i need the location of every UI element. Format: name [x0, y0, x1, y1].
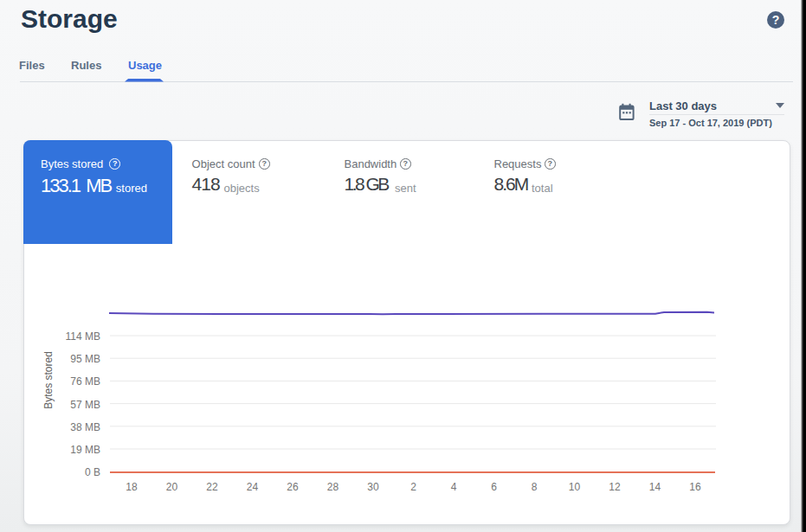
svg-text:6: 6 [491, 481, 497, 493]
svg-text:28: 28 [327, 481, 339, 493]
svg-text:24: 24 [247, 481, 259, 493]
svg-text:38 MB: 38 MB [70, 421, 100, 433]
svg-text:26: 26 [287, 481, 299, 493]
svg-text:16: 16 [689, 481, 701, 493]
svg-text:Bytes stored: Bytes stored [42, 351, 55, 409]
svg-text:57 MB: 57 MB [70, 399, 100, 411]
svg-text:18: 18 [126, 481, 138, 493]
svg-text:20: 20 [166, 481, 178, 493]
svg-text:95 MB: 95 MB [70, 353, 100, 365]
svg-text:12: 12 [609, 481, 621, 493]
svg-text:22: 22 [206, 481, 218, 493]
svg-text:0 B: 0 B [85, 466, 100, 478]
svg-text:14: 14 [649, 481, 661, 493]
svg-text:19 MB: 19 MB [70, 444, 100, 456]
svg-text:76 MB: 76 MB [70, 375, 100, 388]
svg-text:114 MB: 114 MB [66, 330, 100, 343]
svg-text:8: 8 [532, 481, 538, 493]
svg-text:10: 10 [569, 481, 581, 493]
svg-text:30: 30 [367, 481, 379, 493]
svg-text:4: 4 [451, 481, 457, 493]
svg-text:2: 2 [410, 481, 416, 493]
